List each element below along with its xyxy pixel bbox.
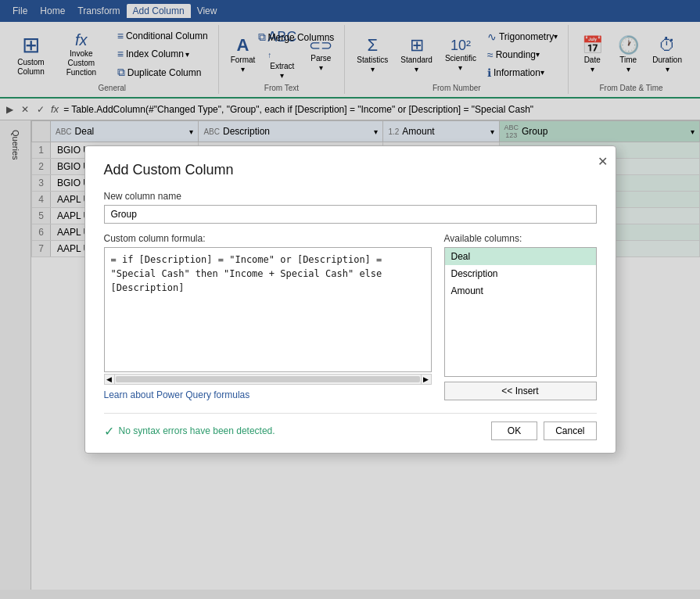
dialog-title: Add Custom Column — [104, 162, 597, 178]
syntax-status-text: No syntax errors have been detected. — [119, 425, 275, 436]
dialog-right-panel: Available columns: Deal Description Amou… — [444, 233, 597, 400]
available-item-description[interactable]: Description — [445, 265, 596, 282]
dialog-overlay: ✕ Add Custom Column New column name Cust… — [0, 0, 700, 599]
available-columns-label: Available columns: — [444, 233, 597, 244]
scrollbar-track[interactable] — [104, 374, 432, 385]
cancel-button[interactable]: Cancel — [544, 421, 596, 440]
scroll-right-button[interactable]: ▶ — [421, 374, 432, 385]
syntax-status: ✓ No syntax errors have been detected. — [104, 424, 491, 439]
scroll-left-button[interactable]: ◀ — [104, 374, 115, 385]
dialog-body: Custom column formula: = if [Description… — [104, 233, 597, 400]
formula-scrollbar: ◀ ▶ — [104, 374, 432, 385]
formula-label: Custom column formula: — [104, 233, 432, 244]
available-item-amount[interactable]: Amount — [445, 282, 596, 300]
new-column-name-input[interactable] — [104, 205, 597, 224]
add-custom-column-dialog: ✕ Add Custom Column New column name Cust… — [84, 145, 616, 454]
ok-button[interactable]: OK — [491, 421, 537, 440]
formula-editor[interactable]: = if [Description] = "Income" or [Descri… — [104, 247, 432, 372]
dialog-footer: ✓ No syntax errors have been detected. O… — [104, 413, 597, 440]
dialog-close-button[interactable]: ✕ — [598, 154, 608, 169]
available-columns-list: Deal Description Amount — [444, 247, 597, 377]
dialog-footer-buttons: OK Cancel — [491, 421, 597, 440]
check-icon: ✓ — [104, 424, 114, 439]
dialog-left-panel: Custom column formula: = if [Description… — [104, 233, 432, 400]
available-item-deal[interactable]: Deal — [445, 248, 596, 265]
insert-button[interactable]: << Insert — [444, 382, 597, 400]
new-column-name-label: New column name — [104, 191, 597, 202]
scrollbar-thumb — [116, 376, 420, 382]
learn-link[interactable]: Learn about Power Query formulas — [104, 389, 432, 400]
